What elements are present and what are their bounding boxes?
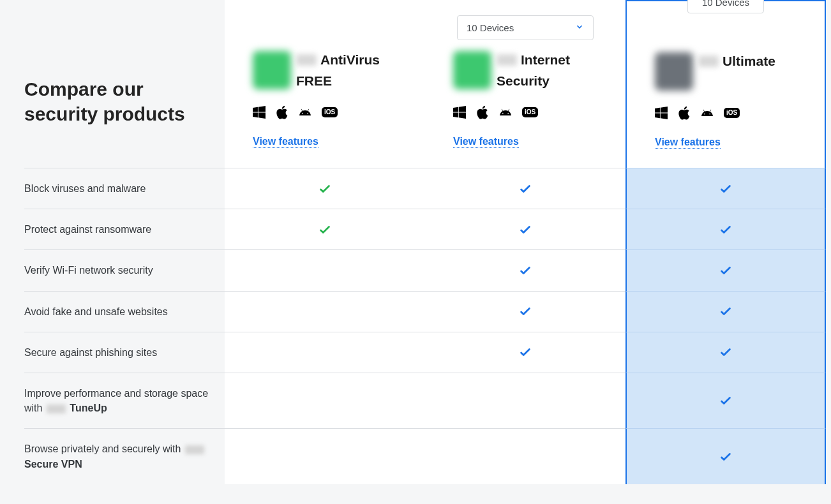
feature-cell-internet [425, 249, 625, 290]
devices-badge-ultimate: 10 Devices [687, 0, 764, 13]
feature-label: Browse privately and securely with Secur… [24, 428, 225, 484]
check-icon [719, 182, 733, 196]
check-icon [719, 223, 733, 237]
product-logo-ultimate [655, 52, 693, 91]
view-features-free[interactable]: View features [253, 136, 318, 148]
product-header-ultimate: 10 Devices Ultimate iOS View features [625, 0, 826, 168]
windows-icon [253, 106, 266, 119]
check-icon [318, 223, 332, 237]
windows-icon [453, 106, 466, 119]
check-icon [719, 304, 733, 318]
platform-icons-ultimate: iOS [655, 106, 797, 120]
feature-label: Protect against ransomware [24, 209, 225, 249]
platform-icons-internet: iOS [453, 105, 597, 119]
feature-label: Block viruses and malware [24, 168, 225, 209]
view-features-internet[interactable]: View features [453, 136, 519, 148]
view-features-ultimate[interactable]: View features [655, 137, 721, 149]
devices-dropdown-label: 10 Devices [467, 22, 514, 33]
feature-cell-internet [425, 291, 625, 332]
feature-cell-ultimate [625, 209, 826, 249]
feature-label: Secure against phishing sites [24, 332, 225, 373]
feature-cell-free [225, 168, 425, 209]
feature-cell-ultimate [625, 373, 826, 428]
feature-cell-free [225, 291, 425, 332]
check-icon [719, 345, 733, 359]
feature-cell-ultimate [625, 249, 826, 290]
android-icon [499, 105, 512, 119]
product-name-free: AntiVirus FREE [296, 51, 397, 90]
brand-blur [296, 54, 317, 66]
product-name-internet: Internet Security [497, 51, 597, 90]
devices-dropdown[interactable]: 10 Devices [457, 15, 594, 40]
ios-icon: iOS [322, 107, 338, 117]
feature-cell-ultimate [625, 168, 826, 209]
feature-cell-internet [425, 332, 625, 373]
comparison-title-cell: Compare our security products [24, 0, 225, 168]
check-icon [719, 450, 733, 464]
check-icon [318, 182, 332, 196]
ios-icon: iOS [522, 107, 538, 117]
platform-icons-free: iOS [253, 105, 397, 119]
ios-icon: iOS [724, 108, 740, 118]
feature-cell-internet [425, 373, 625, 428]
check-icon [719, 263, 733, 278]
feature-cell-ultimate [625, 291, 826, 332]
check-icon [518, 263, 532, 278]
check-icon [518, 304, 532, 318]
brand-blur [185, 445, 204, 454]
apple-icon [678, 106, 691, 120]
feature-cell-ultimate [625, 428, 826, 484]
product-name-ultimate: Ultimate [698, 52, 775, 70]
feature-label: Improve performance and storage space wi… [24, 373, 225, 428]
product-logo-internet [453, 51, 491, 89]
feature-cell-free [225, 209, 425, 249]
feature-label: Avoid fake and unsafe websites [24, 291, 225, 332]
feature-cell-ultimate [625, 332, 826, 373]
android-icon [701, 106, 714, 120]
android-icon [299, 105, 311, 119]
apple-icon [276, 105, 288, 119]
feature-label: Verify Wi-Fi network security [24, 249, 225, 290]
product-header-internet: 10 Devices Internet Security iOS [425, 0, 625, 168]
feature-cell-free [225, 373, 425, 428]
check-icon [719, 394, 733, 408]
feature-cell-internet [425, 428, 625, 484]
page-title: Compare our security products [24, 77, 212, 126]
feature-cell-free [225, 249, 425, 290]
brand-blur [698, 56, 719, 67]
feature-cell-free [225, 428, 425, 484]
product-logo-free [253, 51, 291, 89]
feature-cell-internet [425, 168, 625, 209]
feature-cell-free [225, 332, 425, 373]
feature-cell-internet [425, 209, 625, 249]
check-icon [518, 345, 532, 359]
brand-blur [47, 404, 66, 413]
check-icon [518, 182, 532, 196]
check-icon [518, 223, 532, 237]
product-header-free: AntiVirus FREE iOS View features [225, 0, 425, 168]
windows-icon [655, 107, 668, 119]
apple-icon [476, 105, 489, 119]
chevron-down-icon [575, 22, 584, 33]
brand-blur [497, 54, 517, 66]
